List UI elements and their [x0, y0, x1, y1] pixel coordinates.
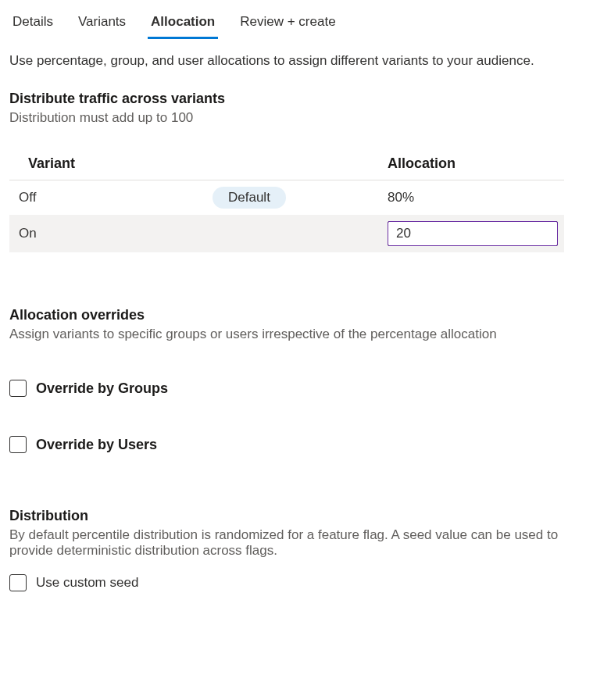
table-row: On — [9, 215, 564, 252]
override-groups-label: Override by Groups — [36, 380, 168, 397]
distribution-section: Distribution By default percentile distr… — [9, 508, 602, 591]
tab-allocation[interactable]: Allocation — [148, 8, 218, 39]
allocation-display: 80% — [388, 190, 564, 205]
variant-name: Off — [19, 190, 213, 205]
allocation-input[interactable] — [388, 221, 558, 246]
table-row: Off Default 80% — [9, 180, 564, 215]
overrides-section: Allocation overrides Assign variants to … — [9, 307, 602, 453]
override-groups-checkbox[interactable] — [9, 380, 27, 397]
tab-variants[interactable]: Variants — [75, 8, 129, 39]
intro-text: Use percentage, group, and user allocati… — [9, 53, 602, 69]
col-allocation: Allocation — [388, 155, 564, 172]
use-seed-checkbox[interactable] — [9, 574, 27, 591]
variant-badge-cell: Default — [213, 187, 388, 209]
override-users-label: Override by Users — [36, 437, 157, 453]
tab-bar: Details Variants Allocation Review + cre… — [0, 0, 611, 39]
override-users-checkbox[interactable] — [9, 436, 27, 453]
override-groups-row: Override by Groups — [9, 380, 602, 397]
variant-name: On — [19, 226, 213, 241]
distribute-section: Distribute traffic across variants Distr… — [9, 91, 602, 252]
distribution-title: Distribution — [9, 508, 602, 524]
allocation-panel: Use percentage, group, and user allocati… — [0, 39, 611, 607]
distribution-sub: By default percentile distribution is ra… — [9, 527, 572, 559]
override-users-row: Override by Users — [9, 436, 602, 453]
variant-table: Variant Allocation Off Default 80% On — [9, 148, 564, 252]
col-variant: Variant — [28, 155, 388, 172]
use-seed-label: Use custom seed — [36, 575, 138, 591]
default-badge: Default — [213, 187, 286, 209]
tab-details[interactable]: Details — [9, 8, 56, 39]
use-seed-row: Use custom seed — [9, 574, 602, 591]
allocation-input-cell — [388, 221, 564, 246]
overrides-title: Allocation overrides — [9, 307, 602, 323]
distribute-title: Distribute traffic across variants — [9, 91, 602, 107]
tab-review-create[interactable]: Review + create — [237, 8, 338, 39]
variant-table-header: Variant Allocation — [9, 148, 564, 180]
overrides-sub: Assign variants to specific groups or us… — [9, 327, 572, 342]
distribute-sub: Distribution must add up to 100 — [9, 110, 602, 126]
